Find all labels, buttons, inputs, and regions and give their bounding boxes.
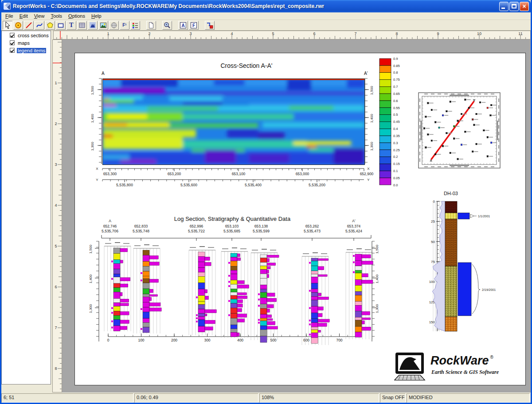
- layer-item-cross-sections[interactable]: cross sections: [10, 32, 51, 39]
- menu-edit[interactable]: Edit: [16, 13, 31, 19]
- svg-text:300: 300: [204, 338, 210, 342]
- table-tool-button[interactable]: [77, 21, 87, 30]
- report-page[interactable]: Cross-Section A-A' A A': [74, 53, 526, 385]
- svg-text:5,535,685: 5,535,685: [223, 229, 240, 233]
- new-page-tool-button[interactable]: [146, 21, 156, 30]
- maximize-button[interactable]: [509, 2, 519, 11]
- svg-text:75: 75: [431, 260, 435, 264]
- status-snap-cell[interactable]: Snap OFF: [380, 393, 406, 403]
- svg-text:4: 4: [231, 31, 233, 36]
- svg-text:0.15: 0.15: [393, 162, 400, 166]
- strip-log[interactable]: [302, 252, 329, 345]
- ellipse-icon: [15, 22, 22, 29]
- curve-icon: [36, 22, 43, 29]
- document-canvas[interactable]: Cross-Section A-A' A A': [62, 39, 531, 392]
- cross-section-heatmap[interactable]: [102, 78, 365, 165]
- logo-name: RockWare: [430, 354, 489, 368]
- svg-text:653,262: 653,262: [305, 224, 319, 228]
- toolbar: TF¹AF: [1, 20, 531, 31]
- svg-text:5,535,599: 5,535,599: [253, 229, 270, 233]
- globe-tool-button[interactable]: [109, 21, 119, 30]
- window-title: ReportWorks - C:\Documents and Settings\…: [13, 3, 499, 9]
- strip-log[interactable]: [189, 246, 216, 335]
- borehole-log[interactable]: 02550751001251501/1/20012/19/2001: [429, 200, 496, 331]
- svg-text:5,535,800: 5,535,800: [116, 183, 133, 187]
- layer-item-legend-items[interactable]: legend items: [10, 47, 51, 54]
- svg-text:400: 400: [237, 338, 243, 342]
- svg-text:A: A: [109, 219, 111, 223]
- layer-item-maps[interactable]: maps: [10, 39, 51, 46]
- line-icon: [25, 22, 32, 29]
- layers-panel: cross sectionsmapslegend items: [1, 31, 51, 384]
- svg-text:652,900: 652,900: [360, 172, 374, 176]
- exit-icon: [206, 22, 213, 29]
- color-scale-legend[interactable]: 0.90.850.80.750.70.650.60.550.50.450.40.…: [379, 57, 400, 187]
- borehole-title[interactable]: DH-03: [432, 191, 469, 196]
- strip-log[interactable]: [133, 244, 161, 333]
- svg-text:125: 125: [429, 300, 435, 304]
- location-map-inset[interactable]: [419, 93, 500, 168]
- minimize-button[interactable]: [499, 2, 509, 11]
- svg-text:1: 1: [107, 31, 109, 36]
- svg-text:5,535,473: 5,535,473: [304, 229, 321, 233]
- line-tool-button[interactable]: [24, 21, 34, 30]
- menu-tools[interactable]: Tools: [47, 13, 65, 19]
- svg-text:2/19/2001: 2/19/2001: [482, 288, 496, 291]
- menu-options[interactable]: Options: [65, 13, 88, 19]
- new-page-icon: [148, 22, 155, 29]
- menu-file[interactable]: File: [2, 13, 16, 19]
- strip-log[interactable]: [221, 247, 249, 338]
- log-section-title[interactable]: Log Section, Stratigraphy & Quantitative…: [166, 216, 299, 222]
- menu-help[interactable]: Help: [88, 13, 105, 19]
- layer-label[interactable]: maps: [17, 40, 31, 46]
- ellipse-tool-button[interactable]: [13, 21, 23, 30]
- pointer-tool-button[interactable]: [3, 21, 12, 30]
- function-tool-button[interactable]: F¹: [120, 21, 129, 30]
- svg-text:1,300: 1,300: [90, 141, 94, 151]
- svg-text:1,300: 1,300: [375, 304, 379, 313]
- image-icon: [100, 22, 107, 29]
- svg-text:652,833: 652,833: [134, 224, 148, 228]
- rockware-monitor-icon: [394, 352, 428, 383]
- text-tool-button[interactable]: T: [66, 21, 76, 30]
- app-icon: [4, 3, 11, 10]
- svg-text:6: 6: [55, 285, 57, 289]
- legend-tool-button[interactable]: [130, 21, 140, 30]
- exit-tool-button[interactable]: [205, 21, 215, 30]
- menu-bar: FileEditViewToolsOptionsHelp: [1, 12, 531, 20]
- svg-text:1,400: 1,400: [89, 274, 93, 283]
- rectangle-tool-button[interactable]: [56, 21, 66, 30]
- cross-section-title[interactable]: Cross-Section A-A': [180, 62, 313, 69]
- rockware-logo[interactable]: RockWare ® Earth Science & GIS Software: [394, 352, 523, 386]
- preview-f-tool-button[interactable]: F: [189, 21, 199, 30]
- status-cursor-cell: 6; 51: [1, 393, 133, 403]
- svg-text:653,100: 653,100: [232, 172, 246, 176]
- layer-label[interactable]: legend items: [17, 48, 46, 53]
- preview-a-tool-button[interactable]: A: [178, 21, 188, 30]
- svg-text:25: 25: [431, 220, 435, 224]
- layer-checkbox[interactable]: [10, 48, 15, 53]
- menu-view[interactable]: View: [31, 13, 48, 19]
- log-section[interactable]: A652,7465,535,706652,8335,535,748652,996…: [89, 219, 379, 345]
- close-button[interactable]: ×: [520, 2, 529, 11]
- svg-text:9: 9: [437, 31, 439, 36]
- strip-log[interactable]: [346, 248, 373, 339]
- zoom-tool-button[interactable]: [162, 21, 172, 30]
- preview-a-icon: A: [180, 22, 187, 29]
- layer-label[interactable]: cross sections: [17, 33, 50, 38]
- svg-text:653,300: 653,300: [103, 172, 117, 176]
- curve-tool-button[interactable]: [35, 21, 44, 30]
- layer-checkbox[interactable]: [10, 40, 15, 45]
- profile-tool-button[interactable]: [88, 21, 98, 30]
- svg-text:A: A: [181, 23, 184, 28]
- layer-checkbox[interactable]: [10, 33, 15, 38]
- strip-log[interactable]: [251, 249, 279, 342]
- svg-text:5: 5: [55, 244, 57, 248]
- workspace: 1234567891011 12345678 cross sectionsmap…: [1, 31, 531, 392]
- polygon-tool-button[interactable]: [45, 21, 55, 30]
- pointer-icon: [4, 21, 11, 29]
- globe-icon: [110, 22, 117, 29]
- strip-log[interactable]: [104, 242, 131, 331]
- image-tool-button[interactable]: [98, 21, 108, 30]
- title-bar[interactable]: ReportWorks - C:\Documents and Settings\…: [1, 0, 531, 12]
